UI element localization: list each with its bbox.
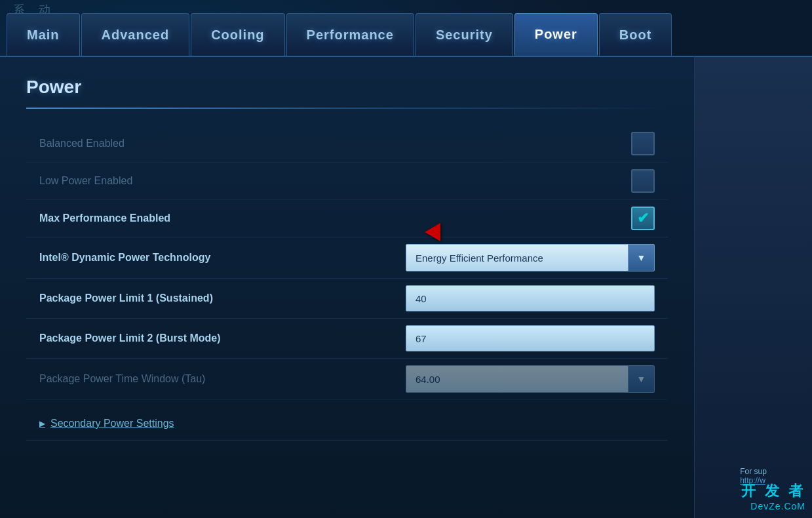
setting-row-balanced: Balanced Enabled <box>26 125 668 163</box>
setting-row-intel-dynamic: Intel® Dynamic Power Technology Energy E… <box>26 237 668 279</box>
ppl2-input[interactable] <box>406 325 655 351</box>
intel-dynamic-control: Energy Efficient Performance ▼ <box>406 244 655 271</box>
max-performance-checkbox[interactable]: ✔ <box>631 207 655 230</box>
intel-dynamic-arrow[interactable]: ▼ <box>628 245 654 271</box>
balanced-checkbox[interactable] <box>631 132 655 155</box>
pptw-label: Package Power Time Window (Tau) <box>39 373 406 385</box>
intel-dynamic-label: Intel® Dynamic Power Technology <box>39 252 406 264</box>
setting-row-max-performance: Max Performance Enabled ✔ <box>26 200 668 237</box>
setting-row-ppl1: Package Power Limit 1 (Sustained) <box>26 279 668 319</box>
main-content: Power Balanced Enabled Low Power Enabled… <box>0 56 694 518</box>
right-sidebar: For sup http://w <box>694 56 812 518</box>
ppl1-label: Package Power Limit 1 (Sustained) <box>39 292 406 304</box>
bottom-watermark: 开 发 者 DevZe.CoM <box>741 481 805 511</box>
title-divider <box>26 108 668 109</box>
chevron-down-icon: ▼ <box>637 252 646 263</box>
watermark-chinese: 开 发 者 <box>741 481 805 501</box>
balanced-control <box>631 132 655 155</box>
checkmark-icon: ✔ <box>637 210 649 227</box>
ppl1-control <box>406 285 655 311</box>
pptw-value: 64.00 <box>406 369 628 390</box>
setting-row-ppl2: Package Power Limit 2 (Burst Mode) <box>26 319 668 359</box>
pptw-arrow[interactable]: ▼ <box>628 366 654 392</box>
tab-performance[interactable]: Performance <box>286 13 414 56</box>
page-title: Power <box>26 77 668 98</box>
chevron-down-icon-2: ▼ <box>637 374 646 384</box>
ppl1-input[interactable] <box>406 285 655 311</box>
tab-boot[interactable]: Boot <box>599 13 672 56</box>
ppl2-label: Package Power Limit 2 (Burst Mode) <box>39 332 406 344</box>
support-text: For sup <box>740 467 767 476</box>
tab-security[interactable]: Security <box>416 13 513 56</box>
pptw-dropdown[interactable]: 64.00 ▼ <box>406 365 655 393</box>
tab-main[interactable]: Main <box>7 13 80 56</box>
pptw-control: 64.00 ▼ <box>406 365 655 393</box>
tab-advanced[interactable]: Advanced <box>81 13 190 56</box>
secondary-power-label: Secondary Power Settings <box>50 418 174 429</box>
low-power-checkbox[interactable] <box>631 169 655 193</box>
max-performance-label: Max Performance Enabled <box>39 212 631 224</box>
settings-container: Balanced Enabled Low Power Enabled Max P… <box>26 125 668 441</box>
balanced-label: Balanced Enabled <box>39 138 631 149</box>
ppl2-control <box>406 325 655 351</box>
low-power-label: Low Power Enabled <box>39 175 631 187</box>
setting-row-pptw: Package Power Time Window (Tau) 64.00 ▼ <box>26 359 668 400</box>
tab-cooling[interactable]: Cooling <box>191 13 284 56</box>
intel-dynamic-value: Energy Efficient Performance <box>406 247 628 269</box>
setting-row-secondary: Secondary Power Settings <box>26 407 668 441</box>
setting-row-low-power: Low Power Enabled <box>26 163 668 200</box>
tab-power[interactable]: Power <box>514 13 598 56</box>
watermark-english: DevZe.CoM <box>741 501 805 511</box>
intel-dynamic-dropdown[interactable]: Energy Efficient Performance ▼ <box>406 244 655 271</box>
secondary-power-link[interactable]: Secondary Power Settings <box>39 418 174 429</box>
max-performance-control: ✔ <box>631 207 655 230</box>
navigation-tabs: Main Advanced Cooling Performance Securi… <box>0 13 812 56</box>
low-power-control <box>631 169 655 193</box>
